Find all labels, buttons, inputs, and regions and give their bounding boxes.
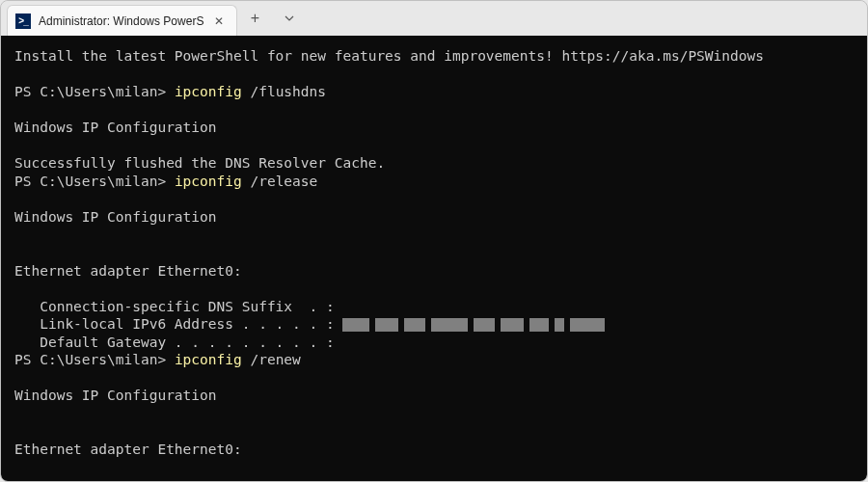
- close-tab-button[interactable]: ✕: [211, 13, 227, 29]
- tab-powershell-admin[interactable]: Administrator: Windows PowerS ✕: [7, 5, 237, 36]
- tab-dropdown-button[interactable]: [272, 1, 307, 36]
- tab-title: Administrator: Windows PowerS: [39, 14, 203, 28]
- redacted-segment: [375, 318, 398, 332]
- prompt-line-3: PS C:\Users\milan> ipconfig /renew: [14, 351, 854, 369]
- banner-line: Install the latest PowerShell for new fe…: [14, 47, 854, 66]
- flush-success-line: Successfully flushed the DNS Resolver Ca…: [14, 154, 854, 173]
- ipconfig-header-3: Windows IP Configuration: [14, 387, 854, 405]
- chevron-down-icon: [285, 15, 294, 21]
- redacted-segment: [474, 318, 495, 332]
- redacted-segment: [555, 318, 564, 332]
- link-local-ipv6-line: Link-local IPv6 Address . . . . . :: [14, 315, 854, 334]
- powershell-icon: [15, 13, 31, 29]
- window-titlebar: Administrator: Windows PowerS ✕ +: [1, 1, 867, 36]
- prompt-line-2: PS C:\Users\milan> ipconfig /release: [14, 173, 854, 191]
- ipconfig-header-1: Windows IP Configuration: [14, 119, 854, 137]
- ipconfig-header-2: Windows IP Configuration: [14, 208, 854, 227]
- default-gateway-line: Default Gateway . . . . . . . . . :: [14, 334, 854, 352]
- new-tab-button[interactable]: +: [237, 1, 272, 36]
- redacted-segment: [342, 318, 369, 332]
- redacted-segment: [529, 318, 549, 332]
- redacted-segment: [570, 318, 605, 332]
- adapter-header-1: Ethernet adapter Ethernet0:: [14, 262, 854, 281]
- redacted-segment: [501, 318, 524, 332]
- redacted-segment: [404, 318, 425, 332]
- adapter-header-2: Ethernet adapter Ethernet0:: [14, 441, 854, 459]
- redacted-segment: [431, 318, 468, 332]
- terminal-output[interactable]: Install the latest PowerShell for new fe…: [1, 36, 867, 482]
- dns-suffix-line: Connection-specific DNS Suffix . :: [14, 298, 854, 316]
- prompt-line-1: PS C:\Users\milan> ipconfig /flushdns: [14, 83, 854, 101]
